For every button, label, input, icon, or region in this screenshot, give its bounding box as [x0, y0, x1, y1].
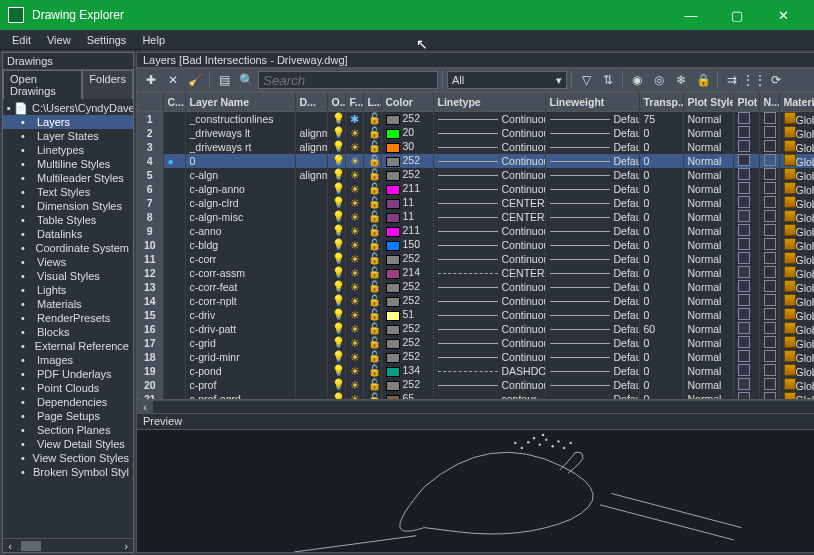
minimize-button[interactable]	[668, 0, 714, 30]
tree-item-coordinate-system[interactable]: •Coordinate System	[3, 241, 133, 255]
tab-folders[interactable]: Folders	[82, 70, 133, 99]
settings-icon[interactable]: ⋮⋮	[744, 70, 764, 90]
tree-item-pdf-underlays[interactable]: •PDF Underlays	[3, 367, 133, 381]
off-button[interactable]: ◎	[649, 70, 669, 90]
layer-row[interactable]: 20c-prof💡☀🔓252ContinuousDefault0NormalGl…	[137, 378, 814, 392]
layer-row[interactable]: 7c-algn-clrd💡☀🔓11CENTER2Default0NormalGl…	[137, 196, 814, 210]
tree-item-table-styles[interactable]: •Table Styles	[3, 213, 133, 227]
col-header[interactable]: Layer Name	[185, 93, 295, 111]
col-header[interactable]: L...	[363, 93, 381, 111]
filter-button[interactable]: ▽	[576, 70, 596, 90]
layer-row[interactable]: 8c-algn-misc💡☀🔓11CENTER2Default0NormalGl…	[137, 210, 814, 224]
freeze-button[interactable]: ❄	[671, 70, 691, 90]
layer-row[interactable]: 4●0💡☀🔓252ContinuousDefault0NormalGlobal	[137, 154, 814, 168]
layer-row[interactable]: 3_driveways rtalignm💡☀🔓30ContinuousDefau…	[137, 140, 814, 154]
layer-states-button[interactable]: ▤	[214, 70, 234, 90]
new-vp-icon	[764, 280, 776, 292]
layer-row[interactable]: 13c-corr-feat💡☀🔓252ContinuousDefault0Nor…	[137, 280, 814, 294]
search-input[interactable]	[258, 71, 438, 89]
delete-layer-button[interactable]: ✕	[163, 70, 183, 90]
app-icon	[8, 7, 24, 23]
layer-row[interactable]: 18c-grid-minr💡☀🔓252ContinuousDefault0Nor…	[137, 350, 814, 364]
close-button[interactable]	[760, 0, 806, 30]
col-header[interactable]: Color	[381, 93, 433, 111]
tree-item-linetypes[interactable]: •Linetypes	[3, 143, 133, 157]
svg-point-8	[557, 440, 559, 442]
tree-item-section-planes[interactable]: •Section Planes	[3, 423, 133, 437]
col-header[interactable]: Plot Style	[683, 93, 733, 111]
tree-root[interactable]: ▪ 📄 C:\Users\CyndyDavenp	[3, 101, 133, 115]
drawings-tree[interactable]: ▪ 📄 C:\Users\CyndyDavenp•Layers•Layer St…	[3, 99, 133, 538]
col-header[interactable]: Linetype	[433, 93, 545, 111]
tree-item-text-styles[interactable]: •Text Styles	[3, 185, 133, 199]
layer-row[interactable]: 2_driveways ltalignm💡☀🔓20ContinuousDefau…	[137, 126, 814, 140]
layer-row[interactable]: 14c-corr-nplt💡☀🔓252ContinuousDefault0Nor…	[137, 294, 814, 308]
tree-hscroll[interactable]: ‹›	[3, 538, 133, 552]
purge-button[interactable]: 🧹	[185, 70, 205, 90]
tab-open-drawings[interactable]: Open Drawings	[3, 70, 82, 99]
col-header[interactable]	[137, 93, 163, 111]
tree-item-layer-states[interactable]: •Layer States	[3, 129, 133, 143]
tree-item-view-section-styles[interactable]: •View Section Styles	[3, 451, 133, 465]
tree-item-external-reference[interactable]: •External Reference	[3, 339, 133, 353]
col-header[interactable]: D...	[295, 93, 327, 111]
layer-row[interactable]: 17c-grid💡☀🔓252ContinuousDefault0NormalGl…	[137, 336, 814, 350]
svg-point-11	[569, 442, 571, 444]
col-header[interactable]: N...	[759, 93, 779, 111]
lock-button[interactable]: 🔒	[693, 70, 713, 90]
tree-item-point-clouds[interactable]: •Point Clouds	[3, 381, 133, 395]
svg-point-6	[545, 439, 547, 441]
search-icon: 🔍	[236, 70, 256, 90]
layer-row[interactable]: 19c-pond💡☀🔓134DASHDOTDefault0NormalGloba…	[137, 364, 814, 378]
layer-row[interactable]: 16c-driv-patt💡☀🔓252ContinuousDefault60No…	[137, 322, 814, 336]
col-header[interactable]: Plot	[733, 93, 759, 111]
tree-item-layers[interactable]: •Layers	[3, 115, 133, 129]
layer-row[interactable]: 12c-corr-assm💡☀🔓214CENTERDefault0NormalG…	[137, 266, 814, 280]
tree-item-multileader-styles[interactable]: •Multileader Styles	[3, 171, 133, 185]
new-layer-button[interactable]: ✚	[141, 70, 161, 90]
layers-grid[interactable]: C...Layer NameD...O...F...L...ColorLinet…	[136, 92, 814, 400]
tree-item-materials[interactable]: •Materials	[3, 297, 133, 311]
col-header[interactable]: F...	[345, 93, 363, 111]
menu-edit[interactable]: Edit	[4, 32, 39, 48]
tree-item-dependencies[interactable]: •Dependencies	[3, 395, 133, 409]
tree-item-page-setups[interactable]: •Page Setups	[3, 409, 133, 423]
tree-item-images[interactable]: •Images	[3, 353, 133, 367]
refresh-button[interactable]: ⟳	[766, 70, 786, 90]
layer-row[interactable]: 6c-algn-anno💡☀🔓211ContinuousDefault0Norm…	[137, 182, 814, 196]
tree-item-broken-symbol-styl[interactable]: •Broken Symbol Styl	[3, 465, 133, 479]
material-icon	[784, 378, 796, 390]
filter-select[interactable]: All▾	[447, 71, 567, 89]
layer-row[interactable]: 1_constructionlines💡✱🔓252ContinuousDefau…	[137, 111, 814, 126]
menu-view[interactable]: View	[39, 32, 79, 48]
layer-row[interactable]: 21c-prof-egrd💡☀🔓65contourDefault0NormalG…	[137, 392, 814, 401]
tree-item-visual-styles[interactable]: •Visual Styles	[3, 269, 133, 283]
merge-button[interactable]: ⇉	[722, 70, 742, 90]
layer-row[interactable]: 11c-corr💡☀🔓252ContinuousDefault0NormalGl…	[137, 252, 814, 266]
layer-row[interactable]: 5c-algnalignm💡☀🔓252ContinuousDefault0Nor…	[137, 168, 814, 182]
col-header[interactable]: Lineweight	[545, 93, 639, 111]
menu-settings[interactable]: Settings	[79, 32, 135, 48]
tree-item-renderpresets[interactable]: •RenderPresets	[3, 311, 133, 325]
col-header[interactable]: Material	[779, 93, 814, 111]
col-header[interactable]: C...	[163, 93, 185, 111]
material-icon	[784, 238, 796, 250]
col-header[interactable]: Transp...	[639, 93, 683, 111]
tree-item-view-detail-styles[interactable]: •View Detail Styles	[3, 437, 133, 451]
tree-item-views[interactable]: •Views	[3, 255, 133, 269]
invert-filter-button[interactable]: ⇅	[598, 70, 618, 90]
col-header[interactable]: O...	[327, 93, 345, 111]
tree-item-multiline-styles[interactable]: •Multiline Styles	[3, 157, 133, 171]
tree-item-datalinks[interactable]: •Datalinks	[3, 227, 133, 241]
menu-help[interactable]: Help	[134, 32, 173, 48]
layer-row[interactable]: 10c-bldg💡☀🔓150ContinuousDefault0NormalGl…	[137, 238, 814, 252]
tree-item-dimension-styles[interactable]: •Dimension Styles	[3, 199, 133, 213]
isolate-button[interactable]: ◉	[627, 70, 647, 90]
layer-row[interactable]: 9c-anno💡☀🔓211ContinuousDefault0NormalGlo…	[137, 224, 814, 238]
tree-item-lights[interactable]: •Lights	[3, 283, 133, 297]
maximize-button[interactable]	[714, 0, 760, 30]
tree-item-blocks[interactable]: •Blocks	[3, 325, 133, 339]
new-vp-icon	[764, 140, 776, 152]
layer-row[interactable]: 15c-driv💡☀🔓51ContinuousDefault0NormalGlo…	[137, 308, 814, 322]
grid-hscroll[interactable]: ‹›	[136, 400, 814, 414]
